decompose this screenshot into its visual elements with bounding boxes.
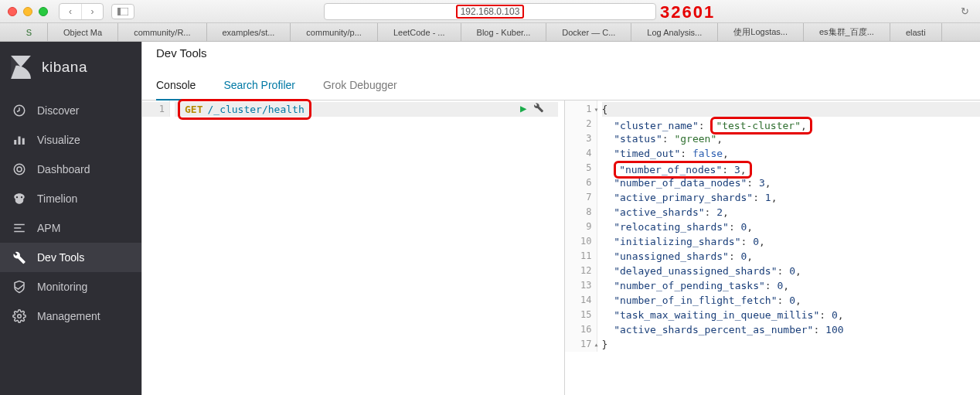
reload-button[interactable]: ↻ xyxy=(961,5,969,17)
response-line: "number_of_data_nodes": 3, xyxy=(602,175,981,190)
back-button[interactable]: ‹ xyxy=(60,4,81,19)
request-options-button[interactable] xyxy=(533,102,544,115)
main-area: Dev Tools ConsoleSearch ProfilerGrok Deb… xyxy=(141,42,980,395)
response-line: "number_of_pending_tasks": 0, xyxy=(602,278,981,293)
browser-titlebar: ‹ › 192.168.0.103 32601 ↻ xyxy=(0,0,980,23)
response-line: } xyxy=(602,337,981,352)
svg-rect-3 xyxy=(14,140,16,145)
response-line: "number_of_nodes": 3, xyxy=(602,161,981,175)
sidebar-item-apm[interactable]: APM xyxy=(0,213,141,243)
sidebar-item-dev-tools[interactable]: Dev Tools xyxy=(0,243,141,272)
sidebar-item-label: Monitoring xyxy=(37,281,87,293)
response-line: "number_of_in_flight_fetch": 0, xyxy=(602,293,981,308)
console-response-pane[interactable]: 1234567891011121314151617 ▾▴ { "cluster_… xyxy=(564,100,981,395)
run-request-button[interactable]: ▶ xyxy=(520,102,526,114)
response-line: "timed_out": false, xyxy=(602,146,981,161)
sidebar-item-label: APM xyxy=(37,222,60,234)
sidebar-item-label: Visualize xyxy=(37,134,80,146)
timelion-icon xyxy=(12,192,26,206)
browser-tab[interactable]: Object Ma xyxy=(48,23,118,41)
response-line: { xyxy=(602,102,981,117)
svg-rect-4 xyxy=(19,137,21,145)
devtools-tab-search-profiler[interactable]: Search Profiler xyxy=(223,73,309,100)
svg-point-6 xyxy=(14,164,25,175)
close-window-icon[interactable] xyxy=(8,7,17,16)
sidebar-item-label: Management xyxy=(37,310,100,322)
sidebar-item-discover[interactable]: Discover xyxy=(0,96,141,125)
wrench-icon xyxy=(12,250,26,264)
sidebar-item-visualize[interactable]: Visualize xyxy=(0,125,141,155)
brand: kibana xyxy=(0,48,141,96)
response-line: "unassigned_shards": 0, xyxy=(602,249,981,264)
maximize-window-icon[interactable] xyxy=(39,7,48,16)
request-path: /_cluster/health xyxy=(207,102,304,117)
address-host: 192.168.0.103 xyxy=(456,5,525,19)
svg-point-11 xyxy=(18,315,22,318)
sidebar-toggle-button[interactable] xyxy=(111,4,134,19)
browser-tab[interactable]: 使用Logstas... xyxy=(718,23,804,41)
sidebar-item-label: Dev Tools xyxy=(37,251,84,264)
sidebar-item-dashboard[interactable]: Dashboard xyxy=(0,155,141,184)
request-gutter: 1 xyxy=(142,100,170,117)
sidebar-item-monitoring[interactable]: Monitoring xyxy=(0,272,141,301)
request-line[interactable]: GET /_cluster/health xyxy=(175,102,558,117)
response-fold-gutter: ▾▴ xyxy=(593,102,601,352)
browser-tab[interactable]: examples/st... xyxy=(207,23,291,41)
browser-tab[interactable]: es集群_百度... xyxy=(804,23,890,41)
svg-rect-1 xyxy=(117,8,121,15)
response-line: "active_shards_percent_as_number": 100 xyxy=(602,322,981,337)
gear-icon xyxy=(12,309,26,323)
address-bar[interactable]: 192.168.0.103 xyxy=(324,3,656,20)
page-title: Dev Tools xyxy=(142,42,980,65)
browser-tab[interactable]: Log Analysis... xyxy=(631,23,718,41)
response-line: "task_max_waiting_in_queue_millis": 0, xyxy=(602,308,981,322)
response-line: "active_primary_shards": 1, xyxy=(602,190,981,205)
sidebar-item-label: Dashboard xyxy=(37,163,90,175)
nav-buttons: ‹ › xyxy=(59,3,104,20)
minimize-window-icon[interactable] xyxy=(23,7,32,16)
devtools-tab-console[interactable]: Console xyxy=(156,73,209,100)
forward-button[interactable]: › xyxy=(81,4,103,19)
devtools-tabs: ConsoleSearch ProfilerGrok Debugger xyxy=(142,65,980,100)
sidebar-item-label: Discover xyxy=(37,104,79,117)
address-annotation: 32601 xyxy=(660,2,715,22)
response-line: "relocating_shards": 0, xyxy=(602,220,981,234)
kibana-sidebar: kibana DiscoverVisualizeDashboardTimelio… xyxy=(0,42,141,395)
compass-icon xyxy=(12,104,26,117)
response-line: "initializing_shards": 0, xyxy=(602,234,981,249)
console-request-pane[interactable]: 1 GET /_cluster/health ▶ xyxy=(142,100,558,395)
brand-text: kibana xyxy=(42,59,87,76)
window-controls xyxy=(8,7,48,16)
kibana-logo-icon xyxy=(11,56,31,79)
response-line: "cluster_name": "test-cluster", xyxy=(602,117,981,131)
browser-tab[interactable]: Docker — C... xyxy=(546,23,631,41)
heartbeat-icon xyxy=(12,280,26,294)
browser-tab[interactable]: elasti xyxy=(890,23,942,41)
sidebar-item-timelion[interactable]: Timelion xyxy=(0,184,141,213)
bar-chart-icon xyxy=(12,133,26,147)
browser-tab[interactable]: Blog - Kuber... xyxy=(461,23,547,41)
request-method: GET xyxy=(185,102,202,117)
response-line: "active_shards": 2, xyxy=(602,205,981,220)
sidebar-item-label: Timelion xyxy=(37,192,77,205)
browser-tab[interactable]: LeetCode - ... xyxy=(378,23,461,41)
list-icon xyxy=(12,221,26,235)
browser-tab[interactable]: S xyxy=(0,23,48,41)
sidebar-item-management[interactable]: Management xyxy=(0,301,141,331)
svg-rect-5 xyxy=(22,138,25,145)
response-line: "delayed_unassigned_shards": 0, xyxy=(602,264,981,278)
devtools-tab-grok-debugger[interactable]: Grok Debugger xyxy=(323,73,411,100)
browser-tab[interactable]: community/p... xyxy=(291,23,378,41)
gauge-icon xyxy=(12,162,26,176)
browser-tabstrip: SObject Macommunity/R...examples/st...co… xyxy=(0,23,980,42)
svg-point-7 xyxy=(17,167,22,172)
browser-tab[interactable]: community/R... xyxy=(118,23,206,41)
